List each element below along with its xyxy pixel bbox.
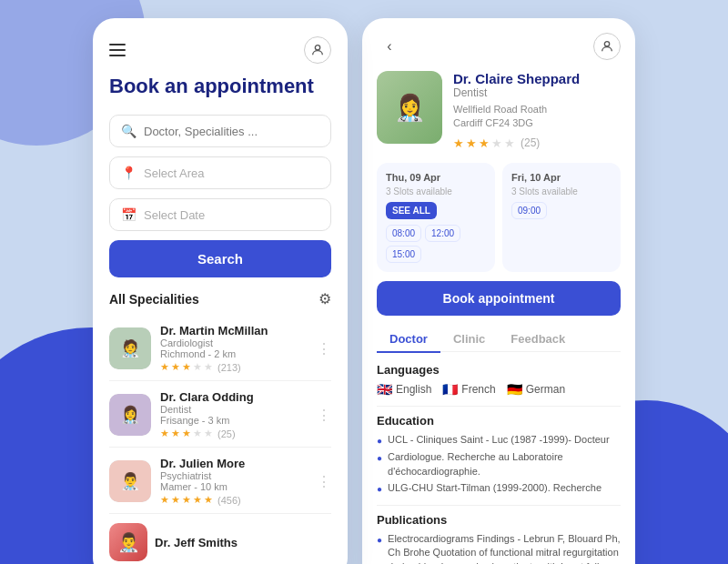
slots-label: 3 Slots available <box>511 186 612 196</box>
left-panel-header <box>109 36 331 64</box>
doctor-location: Frisange - 3 km <box>160 415 308 426</box>
user-avatar-icon[interactable] <box>593 33 621 60</box>
tab-feedback[interactable]: Feedback <box>498 327 578 353</box>
doctor-avatar: 👨‍⚕️ <box>109 460 151 502</box>
doctor-name: Dr. Claire Sheppard <box>453 71 580 86</box>
see-all-button[interactable]: SEE ALL <box>386 202 437 219</box>
date-select[interactable]: 📅 Select Date <box>109 198 331 231</box>
doctor-name: Dr. Martin McMillan <box>160 324 308 337</box>
doctor-avatar: 👩‍⚕️ <box>109 394 151 436</box>
education-item: ● ULG-CHU Start-Tilman (1999-2000). Rech… <box>377 481 621 496</box>
slots-label: 3 Slots available <box>386 186 486 196</box>
publication-item: ● Electrocardiograms Findings - Lebrun F… <box>377 532 621 564</box>
specialities-header: All Specialities ⚙ <box>109 290 331 307</box>
doctor-profile-card: 👩‍⚕️ Dr. Claire Sheppard Dentist Wellfie… <box>377 71 621 150</box>
time-slots: 09:00 <box>511 202 612 219</box>
location-icon: 📍 <box>121 166 136 180</box>
doctor-name: Dr. Julien More <box>160 457 308 470</box>
doctor-profile-image: 👩‍⚕️ <box>377 71 442 144</box>
back-button[interactable]: ‹ <box>377 34 402 59</box>
doctor-name: Dr. Clara Odding <box>160 390 308 404</box>
tabs-row: Doctor Clinic Feedback <box>377 327 621 353</box>
doctor-profile-info: Dr. Claire Sheppard Dentist Wellfield Ro… <box>453 71 580 150</box>
doctor-name: Dr. Jeff Smiths <box>155 536 331 549</box>
menu-icon[interactable] <box>109 44 126 56</box>
day-label: Thu, 09 Apr <box>386 172 486 183</box>
doctor-item[interactable]: 👨‍⚕️ Dr. Julien More Psychiatrist Mamer … <box>109 449 331 514</box>
doctor-speciality: Psychiatrist <box>160 470 308 481</box>
calendar-icon: 📅 <box>121 207 136 222</box>
doctor-search-input[interactable] <box>144 125 319 138</box>
schedule-row: Thu, 09 Apr 3 Slots available SEE ALL 08… <box>377 163 621 272</box>
languages-section-title: Languages <box>377 363 621 377</box>
more-options-icon[interactable]: ⋮ <box>317 473 331 490</box>
book-appointment-button[interactable]: Book appointment <box>377 281 621 316</box>
doctor-item[interactable]: 👩‍⚕️ Dr. Clara Odding Dentist Frisange -… <box>109 383 331 448</box>
doctor-address: Wellfield Road Roath Cardiff CF24 3DG <box>453 103 580 131</box>
tab-clinic[interactable]: Clinic <box>440 327 498 353</box>
page-title: Book an appointment <box>109 75 331 98</box>
doctor-item[interactable]: 🧑‍⚕️ Dr. Martin McMillan Cardiologist Ri… <box>109 317 331 381</box>
svg-point-0 <box>315 45 319 50</box>
doctor-location: Richmond - 2 km <box>160 348 308 359</box>
filter-icon[interactable]: ⚙ <box>318 290 331 307</box>
time-slots: 08:00 12:00 15:00 <box>386 225 486 263</box>
specialities-title: All Specialities <box>109 292 199 307</box>
doctor-location: Mamer - 10 km <box>160 481 308 492</box>
time-slot[interactable]: 08:00 <box>386 225 421 242</box>
more-options-icon[interactable]: ⋮ <box>317 340 331 358</box>
doctor-avatar: 🧑‍⚕️ <box>109 327 151 369</box>
doctor-list: 🧑‍⚕️ Dr. Martin McMillan Cardiologist Ri… <box>109 317 331 564</box>
publications-list: ● Electrocardiograms Findings - Lebrun F… <box>377 532 621 564</box>
svg-point-1 <box>604 42 609 46</box>
doctor-speciality: Dentist <box>453 86 580 99</box>
left-panel: Book an appointment 🔍 📍 Select Area 📅 Se… <box>93 18 348 564</box>
doctor-speciality: Dentist <box>160 404 308 415</box>
publications-section-title: Publications <box>377 513 621 527</box>
right-panel-header: ‹ <box>377 33 621 60</box>
doctor-info: Dr. Jeff Smiths <box>155 536 331 549</box>
languages-row: 🇬🇧 English 🇫🇷 French 🇩🇪 German <box>377 382 621 397</box>
doctor-rating: ★ ★ ★ ★ ★ (25) <box>453 136 580 150</box>
doctor-search-field[interactable]: 🔍 <box>109 115 331 147</box>
language-english: 🇬🇧 English <box>377 382 431 397</box>
right-panel: ‹ 👩‍⚕️ Dr. Claire Sheppard Dentist Wellf… <box>362 18 635 564</box>
search-button[interactable]: Search <box>109 240 331 277</box>
education-item: ● Cardiologue. Recherche au Laboratoire … <box>377 450 621 478</box>
tab-doctor[interactable]: Doctor <box>377 327 440 353</box>
doctor-info: Dr. Clara Odding Dentist Frisange - 3 km… <box>160 390 308 439</box>
education-list: ● UCL - Cliniques Saint - Luc (1987 -199… <box>377 433 621 496</box>
schedule-day-fri: Fri, 10 Apr 3 Slots available 09:00 <box>502 163 621 272</box>
doctor-info: Dr. Julien More Psychiatrist Mamer - 10 … <box>160 457 308 506</box>
doctor-info: Dr. Martin McMillan Cardiologist Richmon… <box>160 324 308 373</box>
time-slot[interactable]: 15:00 <box>386 246 421 263</box>
doctor-rating: ★ ★ ★ ★ ★ (456) <box>160 494 308 506</box>
day-label: Fri, 10 Apr <box>511 172 612 183</box>
doctor-avatar: 👨‍⚕️ <box>109 523 147 561</box>
panels-container: Book an appointment 🔍 📍 Select Area 📅 Se… <box>0 0 728 564</box>
doctor-rating: ★ ★ ★ ★ ★ (25) <box>160 428 308 439</box>
education-section-title: Education <box>377 414 621 428</box>
schedule-day-thu: Thu, 09 Apr 3 Slots available SEE ALL 08… <box>377 163 495 272</box>
time-slot[interactable]: 12:00 <box>425 225 460 242</box>
user-avatar-icon[interactable] <box>304 36 331 64</box>
doctor-item-partial[interactable]: 👨‍⚕️ Dr. Jeff Smiths <box>109 516 331 564</box>
search-icon: 🔍 <box>121 124 136 138</box>
time-slot[interactable]: 09:00 <box>511 202 547 219</box>
divider <box>377 505 621 506</box>
doctor-rating: ★ ★ ★ ★ ★ (213) <box>160 361 308 373</box>
more-options-icon[interactable]: ⋮ <box>317 407 331 424</box>
education-item: ● UCL - Cliniques Saint - Luc (1987 -199… <box>377 433 621 448</box>
area-select[interactable]: 📍 Select Area <box>109 156 331 189</box>
language-german: 🇩🇪 German <box>507 382 565 397</box>
language-french: 🇫🇷 French <box>442 382 495 397</box>
doctor-speciality: Cardiologist <box>160 337 308 348</box>
divider <box>377 406 621 407</box>
